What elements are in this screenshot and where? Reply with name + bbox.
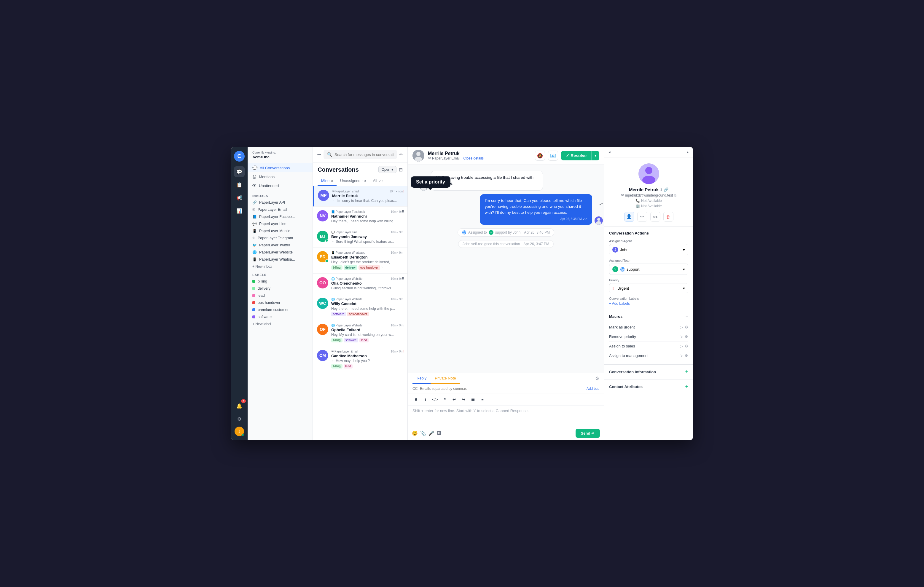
tag-delivery[interactable]: delivery — [344, 265, 357, 270]
italic-button[interactable]: I — [421, 395, 430, 404]
inbox-paperlayer-facebook[interactable]: 📘PaperLayer Facebo... — [248, 213, 313, 220]
contact-attributes-toggle[interactable]: + — [685, 384, 688, 390]
conversation-item-merrile[interactable]: MP ✉ PaperLayer Email 10m • now Merrile … — [313, 186, 408, 207]
resolve-dropdown-button[interactable]: ▾ — [591, 151, 599, 160]
cc-input[interactable] — [420, 387, 584, 391]
inbox-paperlayer-api[interactable]: 🔗PaperLayer API — [248, 199, 313, 206]
inbox-paperlayer-telegram[interactable]: ✈PaperLayer Telegram — [248, 234, 313, 242]
more-options-olia[interactable]: ⋮ — [396, 277, 400, 282]
inbox-paperlayer-line[interactable]: 💬PaperLayer Line — [248, 220, 313, 228]
open-filter-badge[interactable]: Open ▾ — [378, 166, 396, 173]
undo-button[interactable]: ↩ — [450, 395, 458, 404]
tag-software-ophelia[interactable]: software — [344, 338, 358, 342]
conversation-information-toggle[interactable]: + — [685, 369, 688, 375]
agent-select-dropdown[interactable]: J John ▾ — [609, 244, 688, 255]
tag-software-willy[interactable]: software — [331, 312, 346, 316]
notification-bell[interactable]: 🔔 6 — [234, 401, 245, 411]
user-avatar[interactable]: J — [234, 427, 244, 436]
settings-macro-urgent[interactable]: ⚙ — [685, 325, 688, 329]
nav-campaigns[interactable]: 📢 — [234, 193, 245, 203]
conversation-item-benyamin[interactable]: BJ 💬 PaperLayer Line 10m • 9m Benyamin J… — [313, 227, 408, 247]
tag-billing-candice[interactable]: billing — [331, 364, 343, 368]
conversation-information-section[interactable]: Conversation Information + — [604, 364, 693, 379]
label-lead[interactable]: lead — [248, 292, 313, 299]
add-bcc-button[interactable]: Add bcc — [587, 387, 599, 391]
tab-reply[interactable]: Reply — [412, 373, 431, 384]
run-macro-assign-sales[interactable]: ▷ — [680, 344, 683, 348]
nav-analytics[interactable]: 📊 — [234, 206, 245, 216]
send-button[interactable]: Send ↵ — [576, 429, 600, 438]
tab-unassigned[interactable]: Unassigned 10 — [337, 176, 370, 186]
label-billing[interactable]: billing — [248, 278, 313, 285]
tab-all[interactable]: All 20 — [369, 176, 386, 186]
priority-select-dropdown[interactable]: ‼ Urgent ▾ — [609, 283, 688, 293]
label-premium-customer[interactable]: premium-customer — [248, 306, 313, 313]
mute-button[interactable]: 🔕 — [535, 151, 545, 161]
conversation-item-ophelia[interactable]: OF 🌐 PaperLayer Website 10m • 9m Ophelia… — [313, 320, 408, 346]
search-input[interactable] — [335, 152, 393, 157]
new-inbox-button[interactable]: + New inbox — [248, 263, 313, 270]
attachment-button[interactable]: 📎 — [420, 430, 426, 436]
search-bar[interactable]: 🔍 — [323, 150, 397, 159]
edit-contact-button[interactable]: ✏ — [637, 212, 647, 222]
copy-icon[interactable]: ⧉ — [674, 194, 676, 198]
tab-mine[interactable]: Mine 8 — [318, 176, 337, 186]
image-button[interactable]: 🖼 — [437, 431, 442, 436]
conversation-item-olia[interactable]: OO 🌐 PaperLayer Website 10m • 9m Olia Ol… — [313, 274, 408, 294]
conversation-item-elisabeth[interactable]: ED 📱 PaperLayer Whatsapp 10m • 9m Elisab… — [313, 247, 408, 274]
settings-macro-assign-management[interactable]: ⚙ — [685, 353, 688, 358]
tag-lead-ophelia[interactable]: lead — [360, 338, 369, 342]
compose-button[interactable]: ✏ — [399, 152, 403, 157]
bullet-list-button[interactable]: ☰ — [469, 395, 477, 404]
inbox-paperlayer-mobile[interactable]: 📱PaperLayer Mobile — [248, 228, 313, 234]
conversation-item-nathaniel[interactable]: NV 📘 PaperLayer Facebook 10m • 9m Nathan… — [313, 207, 408, 227]
label-ops-handover[interactable]: ops-handover — [248, 299, 313, 306]
hamburger-menu[interactable]: ☰ — [317, 152, 321, 157]
label-delivery[interactable]: delivery — [248, 285, 313, 292]
settings-macro-remove-priority[interactable]: ⚙ — [685, 335, 688, 339]
bold-button[interactable]: B — [412, 395, 420, 404]
tag-ops-handover[interactable]: ops-handover — [358, 265, 380, 270]
conversation-item-candice[interactable]: CM ✉ PaperLayer Email 10m • 9m Candice M… — [313, 346, 408, 373]
nav-reports[interactable]: 📋 — [234, 180, 245, 190]
nav-conversations[interactable]: 💬 — [234, 167, 245, 177]
delete-contact-button[interactable]: 🗑 — [663, 212, 673, 222]
quote-button[interactable]: ❝ — [441, 395, 449, 404]
run-macro-urgent[interactable]: ▷ — [680, 325, 683, 329]
tab-private-note[interactable]: Private Note — [431, 373, 460, 384]
conversation-item-willy[interactable]: WC 🌐 PaperLayer Website 10m • 9m Willy C… — [313, 294, 408, 320]
inbox-paperlayer-whatsapp[interactable]: 📱PaperLayer Whatsa... — [248, 256, 313, 263]
nav-settings[interactable]: ⚙ — [234, 414, 245, 424]
conversation-actions-header[interactable]: Conversation Actions − — [604, 227, 693, 239]
reply-settings-button[interactable]: ⚙ — [595, 373, 599, 384]
label-software[interactable]: software — [248, 313, 313, 320]
close-details-link[interactable]: Close details — [463, 156, 483, 160]
inbox-paperlayer-website[interactable]: 🌐PaperLayer Website — [248, 249, 313, 256]
tag-billing[interactable]: billing — [331, 265, 343, 270]
inbox-paperlayer-twitter[interactable]: 🐦PaperLayer Twitter — [248, 242, 313, 249]
settings-macro-assign-sales[interactable]: ⚙ — [685, 344, 688, 348]
run-macro-assign-management[interactable]: ▷ — [680, 353, 683, 358]
sidebar-item-mentions[interactable]: @ Mentions — [248, 172, 313, 181]
merge-contact-button[interactable]: >> — [650, 212, 660, 222]
collapse-right-panel-button[interactable]: ◂ — [609, 150, 614, 154]
email-button[interactable]: 📧 — [548, 151, 558, 161]
redo-button[interactable]: ↪ — [459, 395, 468, 404]
code-button[interactable]: </> — [431, 395, 439, 404]
contact-info-button[interactable]: 👤 — [624, 212, 634, 222]
expand-right-panel-button[interactable]: ▸ — [687, 150, 689, 154]
run-macro-remove-priority[interactable]: ▷ — [680, 335, 683, 339]
emoji-button[interactable]: 😊 — [412, 430, 418, 436]
add-labels-button[interactable]: + Add Labels — [609, 302, 630, 306]
macros-header[interactable]: Macros − — [604, 310, 693, 323]
sidebar-item-unattended[interactable]: 👁 Unattended — [248, 181, 313, 190]
sidebar-item-all-conversations[interactable]: 💬 All Conversations — [248, 163, 313, 172]
team-select-dropdown[interactable]: S 🌀 support ▾ — [609, 264, 688, 275]
new-label-button[interactable]: + New label — [248, 320, 313, 328]
contact-attributes-section[interactable]: Contact Attributes + — [604, 379, 693, 394]
tag-billing-ophelia[interactable]: billing — [331, 338, 343, 342]
inbox-paperlayer-email[interactable]: ✉PaperLayer Email — [248, 206, 313, 213]
audio-button[interactable]: 🎤 — [429, 430, 434, 436]
tag-lead-candice[interactable]: lead — [344, 364, 353, 368]
tag-ops-handover-willy[interactable]: ops-handover — [347, 312, 369, 316]
